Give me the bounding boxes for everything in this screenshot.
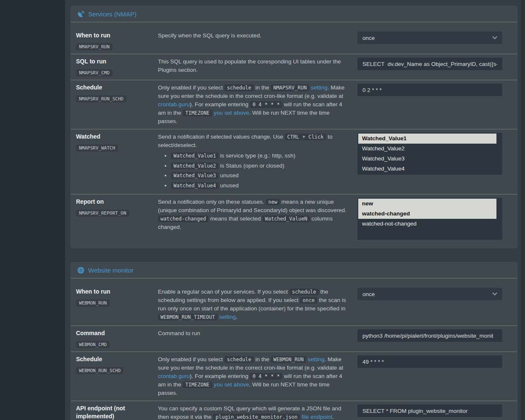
- inline-code: 0 4 * * *: [250, 101, 282, 108]
- option-watched-not-changed[interactable]: watched-not-changed: [358, 219, 496, 229]
- setting-control-cell: [357, 329, 502, 342]
- chevron-down-icon: [492, 36, 497, 39]
- inline-code: NMAPSRV_RUN: [271, 84, 309, 91]
- settings-row-webmon-run-schd: ScheduleWEBMON_RUN_SCHDOnly enabled if y…: [71, 352, 517, 401]
- setting-control-cell: newwatched-changedwatched-not-changed: [357, 198, 502, 240]
- setting-description: Send a notification only on these status…: [158, 198, 357, 231]
- vertical-scrollbar[interactable]: [521, 0, 525, 420]
- webmon-cmd-input[interactable]: [357, 329, 502, 342]
- inline-code: Watched_Value1: [171, 152, 218, 159]
- panel-header-services-nmap: Services (NMAP): [71, 6, 517, 22]
- settings-row-nmapsrv-report-on: Report onNMAPSRV_REPORT_ONSend a notific…: [71, 194, 517, 248]
- nmapsrv-run-select[interactable]: once: [357, 32, 502, 44]
- setting-name: Command: [76, 329, 152, 337]
- inline-link[interactable]: crontab.guru: [158, 373, 190, 379]
- panel-website-monitor: Website monitor When to runWEBMON_RUNEna…: [71, 262, 517, 420]
- text-run: in the: [254, 356, 271, 362]
- inline-link[interactable]: setting: [308, 356, 325, 362]
- setting-name: Schedule: [76, 355, 152, 363]
- nmapsrv-report-on-multiselect[interactable]: newwatched-changedwatched-not-changed: [357, 198, 502, 240]
- setting-name: Watched: [76, 133, 152, 141]
- inline-link[interactable]: you set above: [214, 381, 249, 388]
- option-watched-value3[interactable]: Watched_Value3: [358, 154, 496, 164]
- nmapsrv-run-schd-input[interactable]: [357, 84, 502, 96]
- setting-key-chip: WEBMON_RUN: [76, 299, 110, 307]
- bullet-item: Watched_Value1 is service type (e.g.: ht…: [171, 151, 350, 161]
- webmon-api-sql-input[interactable]: [357, 404, 502, 417]
- text-run: ). For example entering: [190, 373, 250, 379]
- setting-label-cell: WatchedNMAPSRV_WATCH: [76, 133, 158, 152]
- inline-code: CTRL + Click: [285, 134, 326, 140]
- satellite-dish-icon: [77, 10, 84, 18]
- setting-label-cell: API endpoint (not implemented)WEBMON_API…: [76, 404, 158, 420]
- setting-description: Only enabled if you select schedule in t…: [158, 355, 357, 397]
- bullet-item: Watched_Value3 unused: [171, 171, 350, 181]
- bullet-item: Watched_Value2 is Status (open or closed…: [171, 161, 350, 171]
- setting-control-cell: [357, 84, 502, 96]
- setting-name: When to run: [76, 288, 152, 296]
- setting-control-cell: [357, 355, 502, 368]
- chevron-down-icon: [492, 292, 497, 296]
- setting-key-chip: NMAPSRV_WATCH: [76, 144, 118, 152]
- setting-key-chip: NMAPSRV_RUN: [76, 43, 113, 50]
- setting-description: Specify when the SQL query is executed.: [158, 32, 357, 40]
- nmapsrv-cmd-input[interactable]: [357, 58, 502, 70]
- setting-name: When to run: [76, 32, 152, 39]
- text-run: Enable a regular scan of your services. …: [158, 289, 289, 295]
- text-run: Specify when the SQL query is executed.: [158, 32, 261, 39]
- setting-name: Schedule: [76, 84, 152, 92]
- text-run: ). For example entering: [190, 101, 250, 108]
- setting-description: You can specify a custom SQL query which…: [158, 404, 357, 420]
- option-watched-value1[interactable]: Watched_Value1: [358, 134, 496, 144]
- panel-header-website-monitor: Website monitor: [71, 262, 517, 278]
- settings-row-webmon-api-sql: API endpoint (not implemented)WEBMON_API…: [71, 401, 517, 420]
- inline-link[interactable]: you set above: [214, 110, 249, 116]
- setting-control-cell: [357, 404, 502, 417]
- inline-link[interactable]: crontab.guru: [158, 101, 190, 108]
- inline-code: Watched_ValueN: [262, 215, 310, 222]
- setting-key-chip: WEBMON_RUN_SCHD: [76, 367, 123, 374]
- inline-code: 0 4 * * *: [250, 373, 282, 380]
- panel-title: Services (NMAP): [88, 10, 136, 18]
- inline-code: watched-changed: [158, 215, 208, 222]
- text-run: .: [236, 314, 238, 320]
- webmon-run-select[interactable]: once: [357, 288, 502, 300]
- setting-key-chip: NMAPSRV_RUN_SCHD: [76, 95, 126, 102]
- text-run: is Status (open or closed): [218, 163, 284, 169]
- settings-row-nmapsrv-run-schd: ScheduleNMAPSRV_RUN_SCHDOnly enabled if …: [71, 80, 517, 129]
- sidebar: [0, 0, 65, 420]
- panel-body: When to runWEBMON_RUNEnable a regular sc…: [71, 278, 517, 420]
- text-run: Command to run: [158, 330, 200, 336]
- inline-link[interactable]: setting: [311, 84, 328, 91]
- setting-key-chip: NMAPSRV_REPORT_ON: [76, 210, 129, 217]
- webmon-run-schd-input[interactable]: [357, 355, 502, 368]
- panel-title: Website monitor: [88, 267, 134, 274]
- text-run: This SQL query is used to populate the c…: [158, 58, 341, 73]
- inline-link[interactable]: setting: [219, 314, 236, 320]
- option-watched-value4[interactable]: Watched_Value4: [358, 164, 496, 174]
- inline-code: plugin_website_monitor.json: [213, 414, 300, 420]
- inline-code: schedule: [224, 84, 254, 91]
- text-run: in the: [254, 84, 271, 91]
- option-watched-value2[interactable]: Watched_Value2: [358, 144, 496, 154]
- inline-code: Watched_Value3: [171, 172, 218, 179]
- option-watched-changed[interactable]: watched-changed: [358, 209, 496, 219]
- text-run: unused: [218, 182, 239, 189]
- setting-label-cell: SQL to runNMAPSRV_CMD: [76, 58, 158, 76]
- inline-code: Watched_Value4: [171, 182, 218, 189]
- setting-label-cell: When to runNMAPSRV_RUN: [76, 32, 158, 50]
- setting-label-cell: ScheduleWEBMON_RUN_SCHD: [76, 355, 158, 374]
- setting-control-cell: Watched_Value1Watched_Value2Watched_Valu…: [357, 133, 502, 175]
- setting-label-cell: CommandWEBMON_CMD: [76, 329, 158, 348]
- option-new[interactable]: new: [358, 199, 496, 209]
- setting-label-cell: Report onNMAPSRV_REPORT_ON: [76, 198, 158, 217]
- settings-row-webmon-cmd: CommandWEBMON_CMDCommand to run: [71, 326, 517, 352]
- inline-code: new: [266, 199, 280, 205]
- inline-link[interactable]: file endpoint: [302, 414, 332, 420]
- bullet-item: Watched_Value4 unused: [171, 181, 350, 191]
- text-run: means that selected: [208, 215, 262, 222]
- inline-code: schedule: [289, 289, 319, 295]
- panel-body: When to runNMAPSRV_RUNSpecify when the S…: [71, 22, 517, 248]
- select-value: once: [362, 291, 375, 297]
- nmapsrv-watch-multiselect[interactable]: Watched_Value1Watched_Value2Watched_Valu…: [357, 133, 502, 175]
